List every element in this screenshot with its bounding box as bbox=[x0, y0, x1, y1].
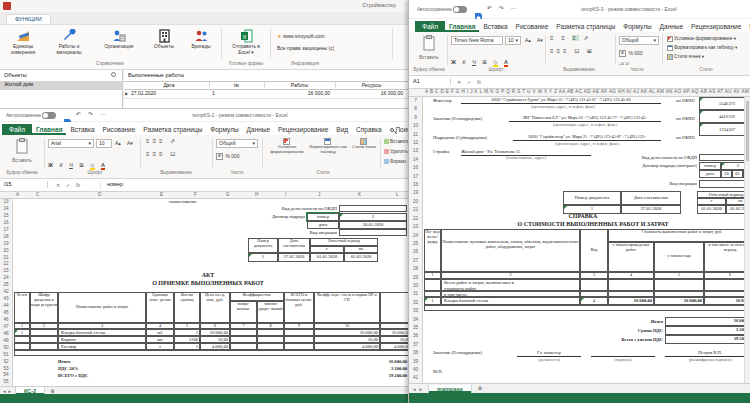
contract-num-label-cell[interactable]: номер bbox=[699, 162, 721, 170]
paste-button[interactable]: Вставить bbox=[413, 35, 445, 61]
operation-box[interactable] bbox=[339, 229, 407, 236]
add-sheet-icon[interactable]: ⊕ bbox=[472, 385, 483, 392]
works-col-date[interactable]: Дата bbox=[130, 82, 208, 88]
borders-icon[interactable]: ⊞ bbox=[482, 59, 487, 65]
tab-data[interactable]: Данные bbox=[656, 21, 687, 32]
font-name-select[interactable]: Times New Roma bbox=[451, 36, 503, 45]
units-button[interactable]: Единицы измерения bbox=[2, 28, 44, 55]
tab-draw[interactable]: Рисование bbox=[512, 21, 553, 32]
cells-delete-button[interactable]: Удалить bbox=[384, 149, 408, 155]
tab-home[interactable]: Главная bbox=[445, 21, 479, 32]
sheet-tab-mainpage[interactable]: mainpage bbox=[428, 385, 472, 393]
grow-font-icon[interactable]: A▴ bbox=[115, 140, 121, 146]
tab-data[interactable]: Данные bbox=[243, 124, 274, 135]
okdp-box[interactable] bbox=[339, 205, 407, 212]
more-icon[interactable]: ⋯ bbox=[511, 5, 517, 12]
xl3-document[interactable]: Инвестор ООО "Стройинвест Групп" ул. Мир… bbox=[423, 97, 750, 383]
undo-icon[interactable]: ↶ bbox=[487, 5, 492, 12]
tab-review[interactable]: Рецензирование bbox=[274, 124, 332, 135]
xl2-row-headers[interactable]: 13 14 15 16 17 18 19 20 21 22 23 24 25 4… bbox=[0, 199, 13, 386]
cond-format-button[interactable]: Условное форматирование ▾ bbox=[667, 36, 736, 42]
italic-icon[interactable]: К bbox=[462, 59, 465, 65]
font-color-icon[interactable]: А bbox=[101, 162, 105, 170]
okpo-value-1[interactable]: 5546373 bbox=[699, 97, 750, 110]
works-col-res[interactable]: Ресурсы bbox=[335, 82, 407, 88]
font-name-select[interactable]: Arial ▾ bbox=[48, 139, 94, 148]
search-box[interactable]: Поиск bbox=[386, 124, 408, 135]
tab-file[interactable]: Файл bbox=[415, 21, 445, 32]
cell-styles-button[interactable]: Стили ячеек ▾ bbox=[667, 54, 704, 60]
okpo-value-2[interactable]: 4416316 bbox=[699, 110, 750, 123]
xl3-col-headers[interactable]: A B C D E F G H I J K L M N O P Q R S T … bbox=[409, 89, 750, 97]
fx-icon[interactable]: fx bbox=[76, 182, 80, 188]
autosave-toggle[interactable] bbox=[42, 112, 56, 119]
cond-format-button[interactable]: Условное форматирование bbox=[268, 138, 306, 155]
name-box[interactable]: I15 bbox=[4, 181, 48, 188]
underline-icon[interactable]: Ч bbox=[472, 59, 476, 65]
operation-box[interactable] bbox=[699, 180, 750, 188]
italic-icon[interactable]: К bbox=[59, 162, 62, 168]
redo-icon[interactable]: ↷ bbox=[88, 111, 93, 118]
contract-date-value-cell[interactable]: 20.01.2020 bbox=[339, 221, 407, 229]
contract-num-label-cell[interactable]: номер bbox=[307, 213, 339, 221]
number-format-select[interactable]: Общий ▾ bbox=[619, 36, 659, 45]
pin-icon[interactable] bbox=[111, 72, 116, 77]
tab-help[interactable]: Справка bbox=[352, 124, 386, 135]
v-scrollbar[interactable] bbox=[744, 97, 750, 383]
font-size-select[interactable]: 10 ▾ bbox=[505, 36, 521, 45]
site-link[interactable]: ★ www.stroysoft.com bbox=[277, 33, 325, 39]
autosave-toggle[interactable] bbox=[453, 6, 467, 13]
tab-draw[interactable]: Рисование bbox=[99, 124, 140, 135]
object-item-selected[interactable]: Жилой дом bbox=[0, 81, 123, 90]
tab-view[interactable]: Вид bbox=[332, 124, 352, 135]
align-bottom-icons[interactable]: ≡≡≡ ⊡ ⊞ bbox=[550, 48, 595, 55]
font-color-icon[interactable]: А bbox=[504, 59, 508, 67]
format-table-button[interactable]: Форматировать как таблицу ▾ bbox=[667, 45, 737, 51]
okpo-value-3[interactable]: 1234567 bbox=[699, 123, 750, 136]
contract-date-label-cell[interactable]: дата bbox=[699, 170, 721, 178]
contract-date-label-cell[interactable]: дата bbox=[307, 221, 339, 229]
cells-insert-button[interactable]: Вставить bbox=[384, 139, 408, 145]
tab-pagelayout[interactable]: Разметка страницы bbox=[552, 21, 619, 32]
works-col-no[interactable]: № bbox=[209, 82, 263, 88]
cancel-icon[interactable]: ✕ bbox=[457, 79, 461, 85]
bold-icon[interactable]: Ж bbox=[451, 59, 456, 65]
tab-formulas[interactable]: Формулы bbox=[619, 21, 655, 32]
tab-file[interactable]: Файл bbox=[2, 124, 32, 135]
works-row[interactable]: ▶ 27.01.2020 1 16 000,00 16 000,00 bbox=[124, 90, 408, 99]
format-table-button[interactable]: Форматировать как таблицу bbox=[308, 138, 348, 155]
tab-functions[interactable]: ФУНКЦИИ bbox=[6, 14, 51, 24]
shrink-font-icon[interactable]: A▾ bbox=[537, 37, 543, 43]
more-icon[interactable]: ⋯ bbox=[100, 111, 106, 118]
tab-insert[interactable]: Вставка bbox=[66, 124, 98, 135]
sheet-nav-left-icon[interactable]: ◂ bbox=[409, 386, 420, 392]
tab-pagelayout[interactable]: Разметка страницы bbox=[139, 124, 206, 135]
cell-styles-button[interactable]: Стили ячеек bbox=[350, 138, 378, 150]
xl3-row-headers[interactable]: 7 8 9 10 11 12 13 14 16 17 18 19 20 21 2… bbox=[409, 97, 423, 383]
tab-review[interactable]: Рецензирование bbox=[687, 21, 745, 32]
organizations-button[interactable]: Организации bbox=[94, 28, 144, 50]
objects-button[interactable]: Объекты bbox=[146, 28, 182, 50]
redo-icon[interactable]: ↷ bbox=[499, 5, 504, 12]
number-format-select[interactable]: Общий ▾ bbox=[216, 139, 258, 148]
date-month-cell[interactable]: 01 bbox=[732, 170, 743, 178]
enter-icon[interactable]: ✓ bbox=[467, 79, 471, 85]
tab-view[interactable]: Вид bbox=[745, 21, 750, 32]
underline-icon[interactable]: Ч bbox=[69, 162, 73, 168]
sheet-nav-right-icon[interactable]: ▸ bbox=[420, 386, 429, 392]
undo-icon[interactable]: ↶ bbox=[76, 111, 81, 118]
borders-icon[interactable]: ⊞ bbox=[79, 162, 84, 168]
enter-icon[interactable]: ✓ bbox=[66, 182, 70, 188]
date-day-cell[interactable]: 20 bbox=[721, 170, 732, 178]
fill-color-icon[interactable]: ◇ bbox=[493, 59, 497, 67]
brigades-button[interactable]: Бригады bbox=[184, 28, 218, 50]
name-box[interactable]: A1 bbox=[413, 78, 451, 85]
cancel-icon[interactable]: ✕ bbox=[56, 182, 60, 188]
formula-input[interactable]: номер bbox=[100, 181, 390, 188]
works-col-works[interactable]: Работы bbox=[264, 82, 334, 88]
font-size-select[interactable]: 10 bbox=[96, 139, 112, 148]
number-icons[interactable]: ₽ % 000 bbox=[619, 50, 643, 57]
works-materials-button[interactable]: Работы и материалы bbox=[46, 28, 92, 55]
align-top-icons[interactable]: ≡≡≡ ⇗ bbox=[146, 138, 178, 145]
tab-formulas[interactable]: Формулы bbox=[206, 124, 242, 135]
